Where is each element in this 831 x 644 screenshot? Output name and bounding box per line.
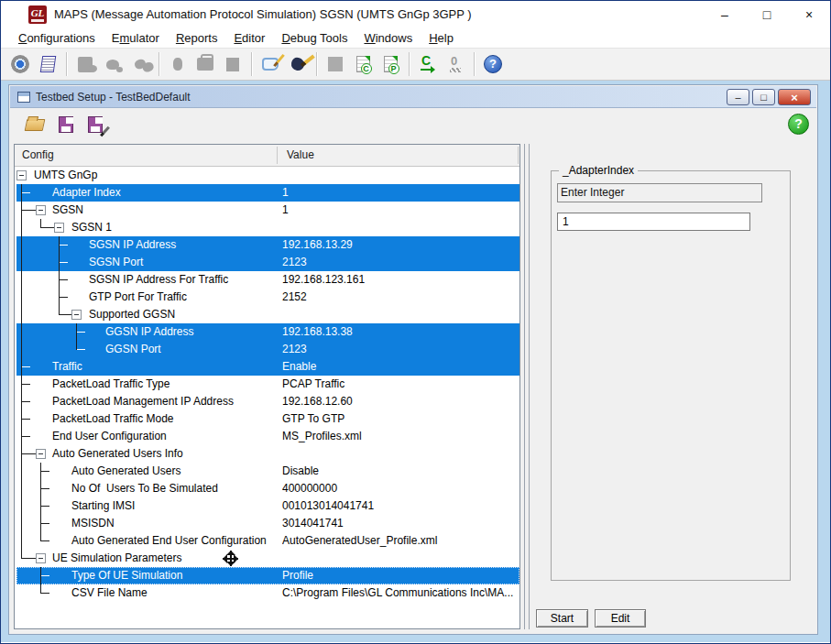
tree-row[interactable]: Auto Generated End User ConfigurationAut…	[15, 532, 519, 550]
script-editor-button[interactable]	[257, 51, 284, 77]
collapse-expand-box[interactable]	[36, 449, 46, 459]
tree-row[interactable]: GGSN Port2123	[15, 341, 519, 358]
script-wizard-button[interactable]	[284, 51, 312, 77]
tree-row-label: UMTS GnGp	[34, 167, 97, 184]
tree-branch-line	[40, 227, 54, 228]
menu-editor[interactable]: Editor	[225, 29, 273, 47]
column-divider-right[interactable]	[518, 147, 519, 164]
capture-playback-button[interactable]: P	[377, 51, 404, 77]
tree-row[interactable]: Auto Generated UsersDisable	[15, 463, 519, 480]
tree-row[interactable]: Starting IMSI001013014041741	[15, 497, 519, 515]
tree-row[interactable]: GGSN IP Address192.168.13.38	[15, 323, 519, 341]
script-wizard-icon	[290, 57, 305, 71]
command-console-icon: C	[420, 56, 436, 72]
testbed-help-button[interactable]: ?	[788, 114, 809, 135]
help-main-button[interactable]: ?	[479, 51, 507, 77]
call-reception-icon	[106, 60, 119, 70]
value-editor-panel: _AdapterIndex Enter Integer 1 Start Edit	[532, 144, 813, 630]
menu-configurations[interactable]: Configurations	[10, 29, 104, 47]
testbed-close-button[interactable]: ×	[778, 89, 811, 105]
column-header-value[interactable]: Value	[287, 148, 314, 161]
testbed-client: Config Value UMTS GnGpAdapter Index1SGSN…	[10, 140, 816, 633]
testbed-maximize-button[interactable]: □	[752, 89, 775, 105]
close-button[interactable]: ×	[788, 1, 830, 28]
tree-row[interactable]: SGSN IP Address192.168.13.29	[15, 236, 519, 254]
groupbox-title: _AdapterIndex	[559, 164, 638, 177]
tree-branch-line	[59, 245, 68, 246]
tree-row[interactable]: Type Of UE SimulationProfile	[15, 567, 519, 584]
tree-row-label: Auto Generated Users	[71, 463, 180, 480]
tree-row[interactable]: Supported GGSN	[15, 306, 519, 323]
tree-row[interactable]: Auto Generated Users Info	[15, 445, 519, 463]
tree-row[interactable]: TrafficEnable	[15, 358, 519, 376]
menu-debug-tools[interactable]: Debug Tools	[273, 29, 355, 47]
column-header-config[interactable]: Config	[22, 148, 54, 161]
tree-row[interactable]: End User ConfigurationMS_Profiles.xml	[15, 428, 519, 445]
open-testbed-button[interactable]	[23, 113, 47, 136]
profile-editor-icon	[39, 56, 56, 72]
tree-branch-line	[21, 419, 30, 420]
tree-row[interactable]: UE Simulation Parameters	[15, 550, 519, 567]
edit-button[interactable]: Edit	[595, 609, 646, 628]
tree-row[interactable]: PacketLoad Management IP Address192.168.…	[15, 393, 519, 410]
menu-emulator[interactable]: Emulator	[104, 29, 168, 47]
command-console-button[interactable]: C	[414, 51, 442, 77]
tree-row-label: Starting IMSI	[71, 497, 135, 515]
tree-row-label: Auto Generated End User Configuration	[71, 532, 267, 550]
tree-row[interactable]: PacketLoad Traffic ModeGTP To GTP	[15, 410, 519, 428]
save-testbed-as-button[interactable]	[83, 113, 107, 136]
tree-branch-line	[59, 279, 68, 280]
minimize-button[interactable]: –	[704, 1, 746, 28]
tree-row-label: Traffic	[52, 358, 82, 376]
menu-windows[interactable]: Windows	[355, 29, 421, 47]
collapse-expand-box[interactable]	[36, 553, 46, 563]
start-testbed-icon	[173, 58, 182, 71]
profile-editor-button[interactable]	[34, 51, 61, 77]
column-divider[interactable]	[277, 147, 278, 164]
tree-row-value: 192.168.12.60	[282, 393, 517, 410]
tree-branch-line	[59, 314, 71, 315]
collapse-expand-box[interactable]	[36, 205, 46, 215]
tree-row[interactable]: SGSN IP Address For Traffic192.168.123.1…	[15, 271, 519, 289]
tree-row-value: GTP To GTP	[282, 410, 517, 428]
pause-button	[322, 51, 349, 77]
tree-branch-line	[40, 488, 49, 489]
tree-header: Config Value	[15, 145, 519, 167]
tree-row-value: 2152	[282, 289, 517, 306]
adapter-index-input[interactable]: 1	[557, 213, 750, 231]
tree-row-value: PCAP Traffic	[282, 376, 517, 393]
testbed-setup-button[interactable]	[6, 51, 34, 77]
main-titlebar: GL MAPS (Message Automation Protocol Sim…	[1, 1, 830, 28]
tree-row[interactable]: Adapter Index1	[15, 184, 519, 202]
testbed-window-icon	[17, 92, 30, 103]
testbed-minimize-button[interactable]: –	[727, 89, 749, 105]
tree-row[interactable]: PacketLoad Traffic TypePCAP Traffic	[15, 376, 519, 393]
tree-row[interactable]: SGSN Port2123	[15, 254, 519, 271]
collapse-expand-box[interactable]	[16, 170, 27, 180]
tree-row[interactable]: SGSN 1	[15, 219, 519, 236]
tree-row[interactable]: No Of Users To Be Simulated400000000	[15, 480, 519, 497]
tree-row-label: Adapter Index	[52, 184, 121, 202]
maximize-button[interactable]: □	[746, 1, 788, 28]
capture-client-button[interactable]: C	[349, 51, 377, 77]
tree-row-value: 192.168.13.29	[282, 236, 517, 254]
tree-row[interactable]: UMTS GnGp	[15, 167, 519, 184]
stop-testbed-icon	[226, 58, 239, 71]
input-hint-label: Enter Integer	[557, 183, 762, 202]
tree-guide-line	[40, 567, 41, 594]
menu-reports[interactable]: Reports	[168, 29, 226, 47]
menu-help[interactable]: Help	[421, 29, 462, 47]
save-testbed-button[interactable]	[54, 113, 78, 136]
collapse-expand-box[interactable]	[54, 223, 64, 233]
tree-row[interactable]: SGSN1	[15, 202, 519, 219]
capture-client-icon: C	[356, 56, 370, 72]
start-button[interactable]: Start	[536, 609, 588, 628]
tree-row[interactable]: GTP Port For Traffic2152	[15, 289, 519, 306]
collapse-expand-box[interactable]	[71, 310, 82, 320]
tree-row[interactable]: MSISDN3014041741	[15, 515, 519, 532]
tree-branch-line	[21, 384, 30, 385]
tree-row-value: 001013014041741	[282, 497, 517, 515]
tree-branch-line	[59, 297, 68, 298]
tree-row[interactable]: CSV File NameC:\Program Files\GL Communi…	[15, 584, 519, 602]
tree-row-value: 1	[282, 184, 517, 202]
